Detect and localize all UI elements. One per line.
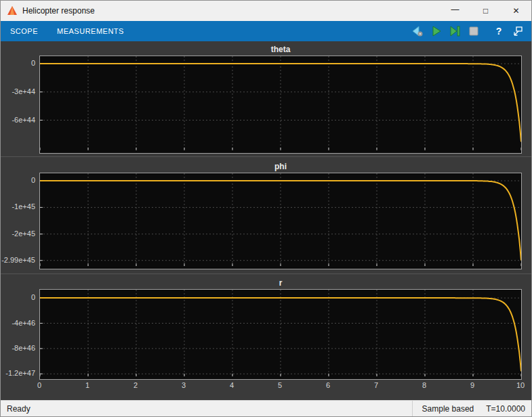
x-tick-label: 0 — [31, 381, 47, 389]
titlebar[interactable]: Helicopter response — □ ✕ — [1, 1, 531, 21]
x-axis-labels: 012345678910 — [39, 380, 522, 393]
plot-title-theta: theta — [39, 43, 522, 56]
tab-measurements[interactable]: MEASUREMENTS — [47, 21, 134, 41]
help-button[interactable]: ? — [490, 23, 508, 39]
close-icon: ✕ — [512, 6, 519, 16]
y-axis-labels-phi: 0-1e+45-2e+45-2.99e+45 — [1, 173, 39, 269]
y-tick-label: -3e+44 — [12, 87, 35, 95]
minimize-button[interactable]: — — [440, 1, 470, 21]
tab-scope[interactable]: SCOPE — [1, 21, 47, 41]
dock-button[interactable] — [509, 23, 527, 39]
y-axis-labels-theta: 0-3e+44-6e+44 — [1, 56, 39, 154]
status-text: Ready — [7, 404, 30, 414]
dock-icon — [512, 25, 524, 37]
plot-svg — [40, 56, 521, 150]
run-button[interactable] — [427, 23, 445, 39]
step-back-button[interactable] — [408, 23, 426, 39]
x-tick-label: 6 — [320, 381, 336, 389]
plot-svg — [40, 173, 521, 266]
x-tick-label: 5 — [272, 381, 288, 389]
window-controls: — □ ✕ — [440, 1, 531, 21]
step-back-icon — [410, 25, 424, 37]
signal-trace — [40, 64, 521, 141]
maximize-button[interactable]: □ — [470, 1, 501, 21]
y-tick-label: -8e+46 — [12, 344, 35, 352]
y-tick-label: 0 — [31, 293, 35, 301]
x-tick-label: 7 — [368, 381, 384, 389]
y-axis-labels-r: 0-4e+46-8e+46-1.2e+47 — [1, 289, 39, 380]
plot-title-phi: phi — [39, 160, 522, 173]
x-tick-label: 9 — [464, 381, 480, 389]
axes-row: 0-4e+46-8e+46-1.2e+47 — [1, 289, 531, 380]
x-tick-label: 3 — [176, 381, 192, 389]
stop-button[interactable] — [465, 23, 483, 39]
x-tick-label: 8 — [416, 381, 432, 389]
close-button[interactable]: ✕ — [501, 1, 531, 21]
toolstrip: SCOPE MEASUREMENTS — [1, 21, 531, 41]
toolbar-icons: ? — [407, 21, 527, 41]
plot-area-phi[interactable] — [39, 173, 522, 269]
stop-icon — [468, 25, 480, 37]
matlab-icon — [7, 5, 18, 16]
scope-display: theta 0-3e+44-6e+44 phi 0-1e+45-2e+45-2.… — [1, 41, 531, 400]
help-icon: ? — [496, 26, 502, 37]
statusbar: Ready Sample based T=10.0000 — [1, 400, 531, 416]
plot-title-r: r — [39, 277, 522, 289]
plot-area-theta[interactable] — [39, 56, 522, 154]
y-tick-label: -1.2e+47 — [5, 369, 35, 377]
step-forward-button[interactable] — [446, 23, 464, 39]
plot-panel-r: r 0-4e+46-8e+46-1.2e+47 012345678910 — [1, 273, 531, 400]
maximize-icon: □ — [483, 6, 488, 16]
status-right: Sample based T=10.0000 — [412, 401, 525, 416]
x-tick-label: 1 — [79, 381, 96, 389]
plot-panel-phi: phi 0-1e+45-2e+45-2.99e+45 — [1, 156, 531, 273]
plot-area-r[interactable] — [39, 289, 522, 380]
step-forward-icon — [449, 25, 461, 37]
x-tick-label: 2 — [127, 381, 144, 389]
plot-svg — [40, 290, 521, 376]
window-title: Helicopter response — [22, 6, 95, 16]
axes-row: 0-3e+44-6e+44 — [1, 56, 531, 154]
scope-window: Helicopter response — □ ✕ SCOPE MEASUREM… — [0, 0, 532, 417]
sim-time-label: T=10.0000 — [486, 404, 525, 414]
y-tick-label: -4e+46 — [12, 319, 35, 327]
axes-row: 0-1e+45-2e+45-2.99e+45 — [1, 173, 531, 269]
y-tick-label: -2.99e+45 — [1, 256, 35, 264]
x-tick-label: 4 — [224, 381, 240, 389]
y-tick-label: -6e+44 — [12, 116, 35, 124]
plot-panel-theta: theta 0-3e+44-6e+44 — [1, 41, 531, 156]
y-tick-label: -2e+45 — [12, 229, 35, 238]
y-tick-label: -1e+45 — [12, 202, 35, 211]
x-tick-label: 10 — [512, 381, 529, 389]
sample-mode-label: Sample based — [422, 404, 474, 414]
y-tick-label: 0 — [31, 59, 35, 67]
minimize-icon: — — [451, 5, 459, 14]
run-icon — [430, 25, 442, 37]
y-tick-label: 0 — [31, 176, 35, 184]
